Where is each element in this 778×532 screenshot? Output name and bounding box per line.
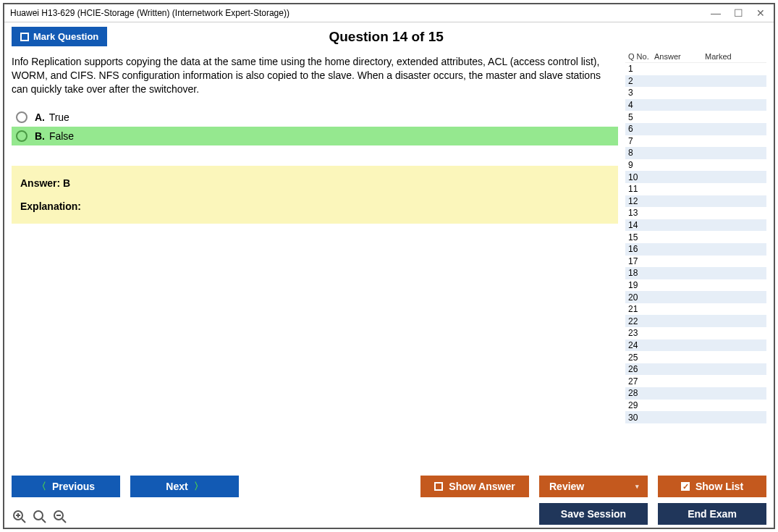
review-button[interactable]: Review ▾: [539, 476, 648, 497]
question-list-header: Q No. Answer Marked: [625, 51, 766, 62]
question-list-row[interactable]: 26: [625, 363, 766, 376]
question-list-row[interactable]: 16: [625, 243, 766, 256]
question-list-panel: Q No. Answer Marked 12345678910111213141…: [625, 51, 766, 465]
maximize-icon[interactable]: ☐: [734, 7, 743, 19]
question-list[interactable]: 1234567891011121314151617181920212223242…: [625, 62, 766, 465]
question-list-row[interactable]: 14: [625, 219, 766, 232]
question-list-row[interactable]: 5: [625, 111, 766, 123]
question-list-row[interactable]: 9: [625, 159, 766, 172]
chevron-left-icon: 〈: [37, 480, 46, 493]
show-list-label: Show List: [695, 481, 743, 492]
svg-line-1: [22, 519, 25, 523]
col-qno: Q No.: [625, 52, 654, 61]
question-list-row[interactable]: 7: [625, 135, 766, 148]
question-list-row[interactable]: 21: [625, 303, 766, 316]
checkbox-checked-icon: [681, 482, 690, 491]
question-list-row[interactable]: 27: [625, 375, 766, 387]
question-list-row[interactable]: 17: [625, 256, 766, 268]
chevron-down-icon: ▾: [635, 483, 639, 490]
window-title: Huawei H13-629 (HCIE-Storage (Written) (…: [10, 8, 289, 18]
question-list-row[interactable]: 20: [625, 291, 766, 303]
question-list-row[interactable]: 4: [625, 99, 766, 111]
show-answer-label: Show Answer: [449, 481, 515, 492]
question-list-row[interactable]: 6: [625, 123, 766, 135]
option-text: B. False: [35, 130, 74, 142]
end-exam-button[interactable]: End Exam: [658, 503, 766, 525]
minimize-icon[interactable]: —: [711, 7, 721, 19]
save-session-label: Save Session: [561, 508, 626, 520]
app-window: Huawei H13-629 (HCIE-Storage (Written) (…: [3, 3, 775, 529]
answer-line: Answer: B: [20, 177, 609, 189]
end-exam-label: End Exam: [688, 508, 737, 520]
question-list-row[interactable]: 15: [625, 231, 766, 243]
zoom-controls: [12, 509, 68, 525]
explanation-line: Explanation:: [20, 200, 609, 212]
option-text: A. True: [35, 111, 69, 123]
question-list-row[interactable]: 29: [625, 400, 766, 412]
titlebar: Huawei H13-629 (HCIE-Storage (Written) (…: [4, 4, 774, 22]
question-list-row[interactable]: 25: [625, 351, 766, 363]
save-session-button[interactable]: Save Session: [539, 503, 648, 525]
checkbox-empty-icon: [434, 482, 443, 491]
option-row[interactable]: A. True: [12, 108, 618, 127]
option-row[interactable]: B. False: [12, 127, 618, 145]
question-list-row[interactable]: 18: [625, 267, 766, 279]
mark-question-button[interactable]: Mark Question: [12, 27, 107, 46]
question-list-row[interactable]: 11: [625, 183, 766, 195]
button-row-1: 〈 Previous Next 〉 Show Answer Review ▾ S…: [12, 476, 766, 497]
question-list-row[interactable]: 24: [625, 339, 766, 352]
question-heading: Question 14 of 15: [107, 29, 665, 45]
topbar: Mark Question Question 14 of 15: [4, 22, 774, 51]
mark-question-label: Mark Question: [33, 31, 98, 42]
question-list-row[interactable]: 3: [625, 87, 766, 99]
question-list-row[interactable]: 28: [625, 387, 766, 400]
col-answer: Answer: [654, 52, 705, 61]
button-row-2: Save Session End Exam: [12, 503, 766, 525]
question-list-row[interactable]: 8: [625, 147, 766, 159]
next-label: Next: [166, 481, 187, 492]
radio-icon: [16, 130, 28, 142]
zoom-out-icon[interactable]: [52, 509, 68, 525]
review-label: Review: [549, 481, 584, 492]
question-panel: Info Replication supports copying the da…: [12, 51, 625, 465]
window-controls: — ☐ ✕: [711, 7, 768, 19]
svg-line-7: [62, 519, 66, 523]
chevron-right-icon: 〉: [194, 480, 203, 493]
next-button[interactable]: Next 〉: [130, 476, 239, 497]
previous-label: Previous: [52, 481, 95, 492]
previous-button[interactable]: 〈 Previous: [12, 476, 120, 497]
question-text: Info Replication supports copying the da…: [12, 55, 618, 96]
question-list-row[interactable]: 10: [625, 171, 766, 183]
checkbox-empty-icon: [20, 33, 29, 41]
show-answer-button[interactable]: Show Answer: [420, 476, 529, 497]
question-list-row[interactable]: 30: [625, 411, 766, 423]
question-list-row[interactable]: 2: [625, 75, 766, 88]
col-marked: Marked: [705, 52, 766, 61]
question-list-row[interactable]: 22: [625, 315, 766, 327]
answer-box: Answer: B Explanation:: [12, 166, 618, 224]
bottombar: 〈 Previous Next 〉 Show Answer Review ▾ S…: [4, 470, 774, 528]
show-list-button[interactable]: Show List: [658, 476, 766, 497]
svg-point-4: [34, 511, 43, 520]
question-list-row[interactable]: 19: [625, 279, 766, 292]
close-icon[interactable]: ✕: [756, 7, 765, 19]
question-list-row[interactable]: 23: [625, 327, 766, 339]
option-letter: B.: [35, 130, 45, 142]
radio-icon: [16, 111, 28, 123]
svg-line-5: [42, 519, 46, 523]
question-list-row[interactable]: 12: [625, 195, 766, 208]
zoom-in-icon[interactable]: [12, 509, 28, 525]
question-list-row[interactable]: 1: [625, 63, 766, 75]
body: Info Replication supports copying the da…: [4, 51, 774, 470]
question-list-row[interactable]: 13: [625, 207, 766, 219]
option-letter: A.: [35, 111, 45, 123]
zoom-reset-icon[interactable]: [32, 509, 48, 525]
